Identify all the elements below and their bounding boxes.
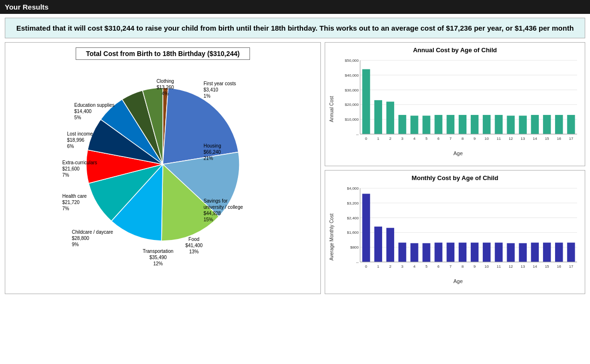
svg-text:10: 10 <box>485 264 489 269</box>
svg-rect-42 <box>543 115 551 134</box>
svg-text:$20,000: $20,000 <box>345 102 359 107</box>
svg-text:12: 12 <box>509 136 513 141</box>
svg-rect-94 <box>555 243 563 262</box>
svg-text:$1,600: $1,600 <box>347 230 359 235</box>
svg-rect-88 <box>519 243 527 262</box>
svg-text:$800: $800 <box>350 245 359 250</box>
svg-text:16: 16 <box>557 136 561 141</box>
svg-text:0: 0 <box>365 136 367 141</box>
svg-rect-46 <box>567 115 575 134</box>
svg-text:6: 6 <box>437 264 440 269</box>
svg-text:$4,000: $4,000 <box>347 186 359 191</box>
svg-rect-74 <box>434 243 442 262</box>
svg-rect-20 <box>410 116 418 135</box>
pie-chart-title: Total Cost from Birth to 18th Birthday (… <box>76 47 250 60</box>
svg-text:--: -- <box>356 260 359 264</box>
svg-rect-62 <box>362 194 370 262</box>
pie-chart-panel: Total Cost from Birth to 18th Birthday (… <box>5 42 321 294</box>
svg-text:5: 5 <box>425 264 428 269</box>
svg-text:16: 16 <box>557 264 561 269</box>
svg-rect-92 <box>543 243 551 262</box>
svg-text:1: 1 <box>377 264 380 269</box>
svg-rect-36 <box>507 116 514 135</box>
svg-rect-86 <box>507 243 514 262</box>
svg-text:14: 14 <box>533 136 537 141</box>
summary-text: Estimated that it will cost $310,244 to … <box>16 24 574 32</box>
svg-text:3: 3 <box>401 264 404 269</box>
svg-text:$10,000: $10,000 <box>345 117 359 122</box>
svg-text:12: 12 <box>509 264 513 269</box>
page-header: Your Results <box>0 0 590 14</box>
svg-rect-80 <box>471 243 478 262</box>
svg-text:$2,400: $2,400 <box>347 216 359 220</box>
annual-bar-svg: --$10,000$20,000$30,000$40,000$50,000012… <box>335 57 581 148</box>
summary-box: Estimated that it will cost $310,244 to … <box>5 18 585 38</box>
svg-rect-14 <box>374 100 382 134</box>
svg-rect-96 <box>567 243 575 262</box>
svg-rect-78 <box>459 243 466 262</box>
monthly-chart-wrapper: Average Monthly Cost --$800$1,600$2,400$… <box>329 184 581 290</box>
svg-rect-16 <box>386 102 394 134</box>
svg-text:--: -- <box>356 132 359 136</box>
svg-rect-38 <box>519 116 527 135</box>
svg-text:2: 2 <box>389 136 392 141</box>
svg-rect-30 <box>471 115 478 134</box>
svg-text:9: 9 <box>474 136 476 141</box>
annual-chart-wrapper: Annual Cost --$10,000$20,000$30,000$40,0… <box>329 57 581 162</box>
svg-rect-40 <box>531 115 539 134</box>
svg-text:7: 7 <box>450 136 452 141</box>
svg-text:4: 4 <box>413 264 416 269</box>
svg-text:$30,000: $30,000 <box>345 88 359 92</box>
svg-text:15: 15 <box>545 264 549 269</box>
svg-text:5: 5 <box>425 136 428 141</box>
svg-rect-24 <box>434 115 442 134</box>
pie-chart-container: First year costs$3,4101%Housing$66,24021… <box>62 64 263 265</box>
svg-rect-12 <box>362 69 370 134</box>
monthly-chart-box: Monthly Cost by Age of Child Average Mon… <box>325 170 585 294</box>
svg-rect-90 <box>531 243 539 262</box>
svg-text:1: 1 <box>377 136 380 141</box>
svg-text:8: 8 <box>462 264 464 269</box>
svg-text:0: 0 <box>365 264 367 269</box>
svg-text:2: 2 <box>389 264 392 269</box>
annual-chart-box: Annual Cost by Age of Child Annual Cost … <box>325 42 585 166</box>
svg-rect-34 <box>495 115 502 134</box>
annual-chart-title: Annual Cost by Age of Child <box>329 46 581 54</box>
svg-text:7: 7 <box>450 264 452 269</box>
svg-rect-32 <box>483 115 490 134</box>
svg-text:13: 13 <box>521 136 525 141</box>
svg-text:9: 9 <box>474 264 476 269</box>
svg-text:$3,200: $3,200 <box>347 201 359 205</box>
svg-rect-66 <box>386 228 394 262</box>
svg-rect-26 <box>447 115 454 134</box>
svg-text:$50,000: $50,000 <box>345 58 359 63</box>
svg-text:13: 13 <box>521 264 525 269</box>
annual-y-axis-label: Annual Cost <box>329 57 334 162</box>
svg-rect-44 <box>555 115 563 134</box>
svg-rect-82 <box>483 243 490 262</box>
svg-text:17: 17 <box>569 264 573 269</box>
svg-text:11: 11 <box>497 264 501 269</box>
svg-rect-84 <box>495 243 502 262</box>
monthly-bar-svg: --$800$1,600$2,400$3,200$4,0000123456789… <box>335 184 581 275</box>
svg-text:15: 15 <box>545 136 549 141</box>
right-panel: Annual Cost by Age of Child Annual Cost … <box>325 42 585 294</box>
svg-rect-64 <box>374 227 382 262</box>
svg-text:14: 14 <box>533 264 537 269</box>
svg-rect-76 <box>447 243 454 262</box>
svg-text:10: 10 <box>485 136 489 141</box>
annual-chart-inner: --$10,000$20,000$30,000$40,000$50,000012… <box>335 57 581 162</box>
svg-rect-22 <box>422 116 430 135</box>
svg-text:8: 8 <box>462 136 464 141</box>
svg-rect-70 <box>410 243 418 262</box>
monthly-chart-title: Monthly Cost by Age of Child <box>329 174 581 182</box>
svg-text:6: 6 <box>437 136 440 141</box>
monthly-y-axis-label: Average Monthly Cost <box>329 184 334 290</box>
svg-text:$40,000: $40,000 <box>345 73 359 78</box>
svg-text:17: 17 <box>569 136 573 141</box>
svg-rect-68 <box>398 243 406 262</box>
header-title: Your Results <box>5 3 48 11</box>
svg-text:4: 4 <box>413 136 416 141</box>
svg-rect-18 <box>398 115 406 134</box>
svg-text:3: 3 <box>401 136 404 141</box>
